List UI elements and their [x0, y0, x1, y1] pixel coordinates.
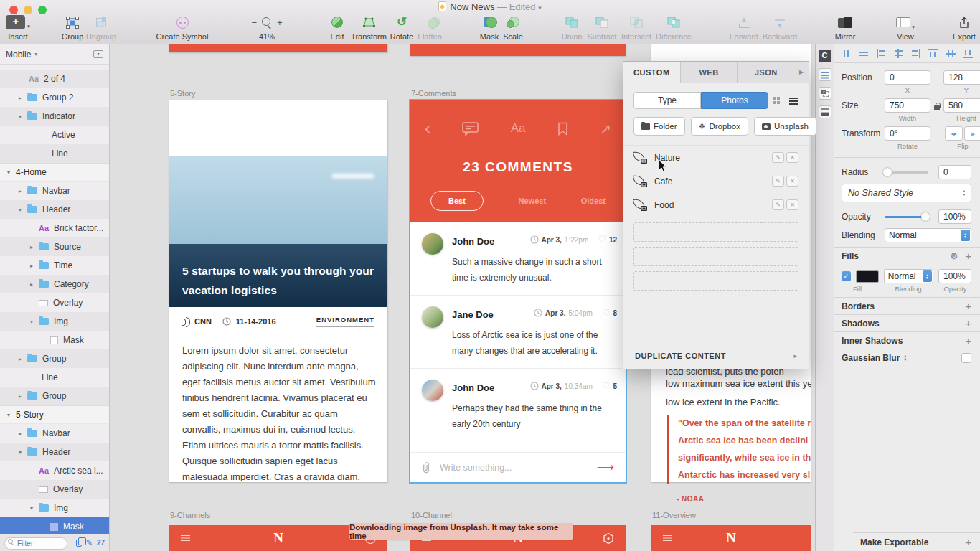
- layer-row[interactable]: Line: [0, 144, 109, 163]
- artboard-title-11-overview[interactable]: 11-Overview: [652, 511, 696, 519]
- layer-row[interactable]: Overlay: [0, 480, 109, 499]
- disclosure-triangle[interactable]: [4, 169, 13, 176]
- layer-row[interactable]: Navbar: [0, 182, 109, 200]
- shared-style-dropdown[interactable]: No Shared Style: [842, 184, 971, 202]
- delete-category-button[interactable]: [786, 176, 798, 187]
- disclosure-triangle[interactable]: [16, 95, 24, 101]
- layer-row[interactable]: Mask: [0, 331, 109, 349]
- fill-blending-dropdown[interactable]: Normal: [884, 269, 933, 283]
- distribute-horizontally-icon[interactable]: [841, 49, 852, 58]
- unsplash-source-button[interactable]: Unsplash: [754, 117, 816, 136]
- filter-input[interactable]: [4, 537, 67, 550]
- category-row-food[interactable]: Food: [623, 193, 809, 217]
- craft-plugin-icon[interactable]: [819, 50, 831, 62]
- layer-row[interactable]: Time: [0, 256, 109, 275]
- insert-button[interactable]: Insert: [3, 14, 33, 41]
- disclosure-triangle[interactable]: [16, 207, 24, 213]
- disclosure-triangle[interactable]: [16, 449, 24, 456]
- disclosure-triangle[interactable]: [16, 393, 24, 400]
- delete-category-button[interactable]: [786, 152, 798, 163]
- artboard-title-5-story[interactable]: 5-Story: [170, 89, 195, 98]
- view-button[interactable]: View: [889, 14, 922, 41]
- layer-row[interactable]: Overlay: [0, 293, 109, 312]
- edit-category-button[interactable]: [772, 176, 784, 187]
- stack-panel-icon[interactable]: [819, 105, 831, 118]
- blending-dropdown[interactable]: Normal: [885, 228, 971, 242]
- artboard-7-comments-selected[interactable]: Aa 23 COMMENTS Best Newest Oldest John D…: [410, 100, 626, 482]
- fill-enabled-checkbox[interactable]: [842, 271, 851, 281]
- empty-slot[interactable]: [633, 247, 798, 266]
- partial-artboard-top-left[interactable]: [169, 44, 387, 52]
- flip-horizontal-button[interactable]: [945, 126, 963, 141]
- radius-slider[interactable]: [885, 171, 928, 174]
- gear-icon[interactable]: [950, 251, 958, 261]
- width-input[interactable]: [885, 98, 930, 113]
- page-selector[interactable]: Mobile: [0, 44, 109, 65]
- delete-category-button[interactable]: [786, 199, 798, 210]
- disclosure-triangle[interactable]: [4, 412, 13, 418]
- make-exportable-row[interactable]: Make Exportable: [853, 532, 980, 551]
- layer-row[interactable]: Indicator: [0, 107, 109, 126]
- fill-color-swatch[interactable]: [856, 270, 879, 283]
- disclosure-triangle[interactable]: [16, 113, 24, 120]
- flip-vertical-button[interactable]: [964, 126, 980, 141]
- opacity-input[interactable]: [938, 209, 971, 224]
- layer-row[interactable]: 2 of 4: [0, 70, 109, 88]
- zoom-out-button[interactable]: [251, 17, 257, 28]
- more-tabs-arrow-icon[interactable]: [794, 62, 809, 83]
- pencil-icon[interactable]: [86, 538, 93, 547]
- tab-json[interactable]: JSON: [738, 62, 794, 83]
- page-list-toggle-icon[interactable]: [93, 50, 103, 58]
- align-bottom-icon[interactable]: [963, 49, 974, 58]
- add-export-button[interactable]: [965, 536, 971, 548]
- disclosure-triangle[interactable]: [16, 430, 24, 437]
- rotate-input[interactable]: [885, 126, 930, 141]
- add-border-button[interactable]: [965, 300, 971, 312]
- layer-row[interactable]: Img: [0, 312, 109, 331]
- edit-category-button[interactable]: [772, 199, 784, 210]
- title-chevron-icon[interactable]: ▾: [538, 4, 542, 11]
- artboard-row[interactable]: 5-Story: [0, 405, 109, 424]
- artboard-title-10-channel[interactable]: 10-Channel: [411, 511, 452, 519]
- disclosure-triangle[interactable]: [27, 244, 36, 250]
- height-input[interactable]: [943, 98, 980, 113]
- align-right-icon[interactable]: [910, 49, 921, 58]
- tab-web[interactable]: WEB: [681, 62, 738, 83]
- radius-input[interactable]: [938, 165, 971, 179]
- edit-category-button[interactable]: [772, 152, 784, 163]
- disclosure-triangle[interactable]: [16, 188, 24, 194]
- layer-row[interactable]: Source: [0, 237, 109, 256]
- grid-view-icon[interactable]: [773, 97, 781, 105]
- distribute-vertically-icon[interactable]: [858, 49, 869, 58]
- gaussian-blur-checkbox[interactable]: [961, 353, 971, 363]
- duplicate-content-button[interactable]: DUPLICATE CONTENT: [623, 342, 809, 369]
- artboard-title-9-channels[interactable]: 9-Channels: [170, 511, 210, 519]
- radius-slider-knob[interactable]: [883, 168, 892, 176]
- layer-row[interactable]: Navbar: [0, 424, 109, 443]
- add-fill-button[interactable]: [965, 250, 971, 262]
- artboard-row[interactable]: 4-Home: [0, 163, 109, 182]
- align-center-horizontal-icon[interactable]: [893, 49, 904, 58]
- artboard-11-overview[interactable]: N: [651, 525, 811, 551]
- list-view-icon[interactable]: [789, 98, 798, 104]
- align-middle-vertical-icon[interactable]: [946, 49, 956, 58]
- align-left-icon[interactable]: [876, 49, 887, 58]
- add-inner-shadow-button[interactable]: [965, 334, 971, 347]
- disclosure-triangle[interactable]: [27, 263, 36, 269]
- layer-row[interactable]: Line: [0, 368, 109, 387]
- position-x-input[interactable]: [885, 70, 930, 85]
- layer-row[interactable]: Header: [0, 443, 109, 461]
- fill-opacity-input[interactable]: [938, 269, 971, 283]
- disclosure-triangle[interactable]: [27, 319, 36, 325]
- layer-row[interactable]: Header: [0, 200, 109, 219]
- dropbox-source-button[interactable]: Dropbox: [691, 117, 748, 136]
- zoom-in-button[interactable]: [277, 17, 283, 28]
- tab-custom[interactable]: CUSTOM: [623, 62, 681, 83]
- category-row-cafe[interactable]: Cafe: [623, 169, 809, 193]
- layer-row[interactable]: Category: [0, 275, 109, 293]
- toggle-type[interactable]: Type: [633, 92, 701, 109]
- folder-source-button[interactable]: Folder: [633, 117, 685, 136]
- mirror-button[interactable]: Mirror: [828, 14, 862, 41]
- disclosure-triangle[interactable]: [16, 356, 24, 362]
- add-shadow-button[interactable]: [965, 317, 971, 329]
